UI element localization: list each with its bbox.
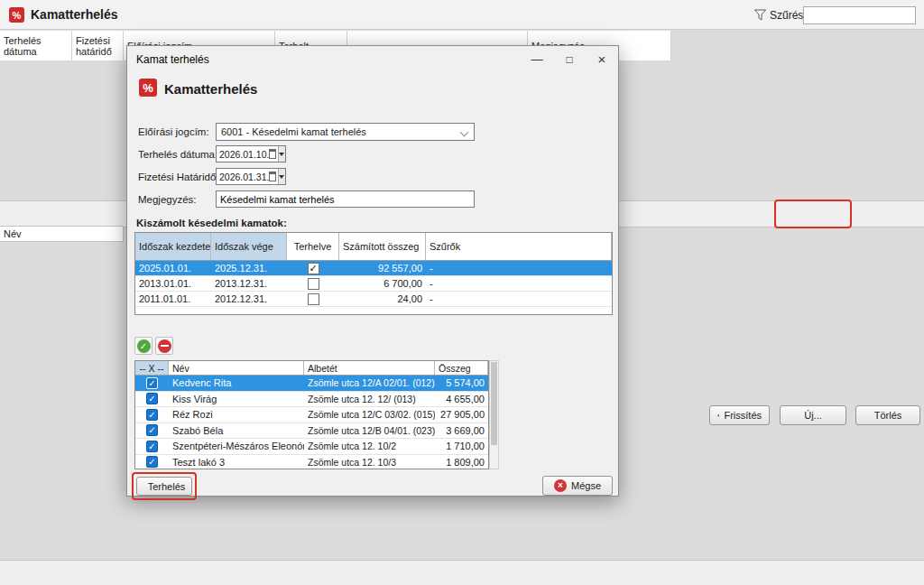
resident-unit-cell: Zsömle utca 12. 12/ (013) xyxy=(304,394,435,404)
resident-row[interactable]: Réz Rozi Zsömle utca 12/C 03/02. (015) 2… xyxy=(135,407,488,423)
idoszak-vege-cell: 2025.12.31. xyxy=(211,263,287,274)
resident-unit-cell: Zsömle utca 12. 10/2 xyxy=(304,441,435,451)
delete-button-label: Törlés xyxy=(874,410,902,421)
idoszak-kezdete-cell: 2025.01.01. xyxy=(135,263,211,274)
terheles-datuma-label: Terhelés dátuma: xyxy=(138,149,217,160)
refresh-button[interactable]: Frissítés xyxy=(709,405,770,425)
minimize-button[interactable]: — xyxy=(521,46,553,72)
header-szamitott-osszeg[interactable]: Számított összeg xyxy=(339,233,426,260)
idoszak-vege-cell: 2012.12.31. xyxy=(211,293,287,304)
column-header-terheles-datuma[interactable]: Terhelés dátuma xyxy=(0,31,72,60)
idoszak-kezdete-cell: 2013.01.01. xyxy=(135,278,211,289)
resident-checkbox[interactable] xyxy=(146,377,158,389)
szamitott-osszeg-cell: 24,00 xyxy=(339,293,426,304)
resident-checkbox[interactable] xyxy=(146,409,158,421)
szurok-cell: - xyxy=(426,278,612,289)
header-idoszak-vege[interactable]: Időszak vége xyxy=(211,233,287,260)
refresh-button-label: Frissítés xyxy=(724,410,762,421)
szamitott-osszeg-cell: 92 557,00 xyxy=(339,263,426,274)
dropdown-arrow-icon xyxy=(279,175,284,179)
megse-button[interactable]: Mégse xyxy=(542,476,613,496)
fizetesi-hatarido-field[interactable]: 2026.01.31. xyxy=(216,168,286,185)
kamat-row[interactable]: 2013.01.01. 2013.12.31. 6 700,00 - xyxy=(135,276,612,292)
resident-checkbox[interactable] xyxy=(146,456,158,468)
idoszak-kezdete-cell: 2011.01.01. xyxy=(135,293,211,304)
check-circle-icon xyxy=(137,339,151,353)
cancel-icon xyxy=(554,479,567,492)
resident-name-cell: Teszt lakó 3 xyxy=(169,457,304,468)
header-idoszak-kezdete[interactable]: Időszak kezdete xyxy=(135,233,211,260)
resident-checkbox[interactable] xyxy=(146,424,158,436)
resident-amount-cell: 3 669,00 xyxy=(435,425,488,436)
terhelve-checkbox[interactable] xyxy=(308,278,319,290)
page-title: Kamatterhelés xyxy=(31,7,118,22)
select-all-button[interactable] xyxy=(134,337,152,355)
szurok-cell: - xyxy=(426,263,612,274)
resident-unit-cell: Zsömle utca 12/C 03/02. (015) xyxy=(304,409,435,420)
resident-amount-cell: 4 655,00 xyxy=(435,394,488,404)
kamatok-table: Időszak kezdete Időszak vége Terhelve Sz… xyxy=(134,232,613,315)
dialog-heading: Kamatterhelés xyxy=(164,81,257,97)
resident-name-cell: Szabó Béla xyxy=(169,425,304,436)
header-x[interactable]: -- X -- xyxy=(135,361,169,375)
column-header-nev[interactable]: Név xyxy=(0,226,124,242)
main-titlebar: % Kamatterhelés Szűrés xyxy=(0,0,924,30)
resident-amount-cell: 27 905,00 xyxy=(435,409,488,420)
kamatok-section-label: Kiszámolt késedelmi kamatok: xyxy=(136,218,287,228)
terheles-button[interactable]: Terhelés xyxy=(136,477,192,496)
kamatok-table-header: Időszak kezdete Időszak vége Terhelve Sz… xyxy=(135,233,612,261)
resident-name-cell: Szentpéteri-Mészáros Eleonóra xyxy=(169,441,304,451)
resident-checkbox[interactable] xyxy=(146,441,158,452)
download-arrow-icon xyxy=(717,411,719,421)
kamat-row[interactable]: 2011.01.01. 2012.12.31. 24,00 - xyxy=(135,292,612,307)
dialog-titlebar[interactable]: Kamat terhelés — □ × xyxy=(127,46,618,73)
maximize-button[interactable]: □ xyxy=(553,46,586,72)
resident-row[interactable]: Kedvenc Rita Zsömle utca 12/A 02/01. (01… xyxy=(135,376,488,392)
resident-checkbox[interactable] xyxy=(146,393,158,404)
terhelve-checkbox[interactable] xyxy=(308,263,319,274)
residents-scrollbar[interactable] xyxy=(489,360,499,469)
dialog-title: Kamat terhelés xyxy=(136,53,209,66)
resident-row[interactable]: Kiss Virág Zsömle utca 12. 12/ (013) 4 6… xyxy=(135,392,488,408)
chevron-down-icon xyxy=(460,128,469,137)
resident-unit-cell: Zsömle utca 12/A 02/01. (012) xyxy=(304,377,435,388)
kamat-terheles-dialog: Kamat terhelés — □ × % Kamatterhelés Elő… xyxy=(126,45,619,497)
resident-row[interactable]: Szabó Béla Zsömle utca 12/B 04/01. (023)… xyxy=(135,423,488,440)
resident-row[interactable]: Teszt lakó 3 Zsömle utca 12. 10/3 1 809,… xyxy=(135,455,488,470)
resident-name-cell: Kiss Virág xyxy=(169,394,304,404)
fizetesi-hatarido-value: 2026.01.31. xyxy=(217,172,269,182)
app-icon: % xyxy=(9,7,24,23)
filter-label: Szűrés xyxy=(770,9,803,22)
terheles-button-label: Terhelés xyxy=(148,481,186,492)
header-szurok[interactable]: Szűrők xyxy=(426,233,612,260)
percent-icon: % xyxy=(139,79,157,97)
filter-input[interactable] xyxy=(803,6,916,24)
jogcim-selected-value: 6001 - Késedelmi kamat terhelés xyxy=(221,126,366,137)
resident-row[interactable]: Szentpéteri-Mészáros Eleonóra Zsömle utc… xyxy=(135,439,488,455)
terhelve-checkbox[interactable] xyxy=(308,293,319,305)
delete-button[interactable]: Törlés xyxy=(855,405,920,425)
terheles-datuma-value: 2026.01.10. xyxy=(217,149,269,160)
close-button[interactable]: × xyxy=(586,46,618,72)
bottom-bar: Részletek xyxy=(0,560,924,585)
date-dropdown-button[interactable] xyxy=(278,146,285,162)
header-albetet[interactable]: Albetét xyxy=(304,361,435,375)
jogcim-label: Előírási jogcím: xyxy=(138,126,209,137)
megjegyzes-input[interactable] xyxy=(216,190,475,208)
date-dropdown-button[interactable] xyxy=(278,169,285,184)
column-header-fizetesi-hatarido[interactable]: Fizetési határidő xyxy=(72,31,124,60)
new-button[interactable]: Új... xyxy=(780,405,846,425)
header-nev[interactable]: Név xyxy=(169,361,304,375)
jogcim-select[interactable]: 6001 - Késedelmi kamat terhelés xyxy=(216,123,475,141)
deselect-all-button[interactable] xyxy=(155,337,173,355)
filter-funnel-icon xyxy=(754,9,766,23)
header-osszeg[interactable]: Összeg xyxy=(435,361,488,375)
residents-table-header: -- X -- Név Albetét Összeg xyxy=(135,361,488,376)
kamat-row[interactable]: 2025.01.01. 2025.12.31. 92 557,00 - xyxy=(135,261,612,276)
no-entry-icon xyxy=(158,339,171,353)
dropdown-arrow-icon xyxy=(279,153,284,156)
terheles-datuma-field[interactable]: 2026.01.10. xyxy=(216,145,286,162)
fizetesi-hatarido-label: Fizetési Határidő: xyxy=(138,172,218,182)
scrollbar-thumb[interactable] xyxy=(491,362,497,445)
header-terhelve[interactable]: Terhelve xyxy=(287,233,339,260)
